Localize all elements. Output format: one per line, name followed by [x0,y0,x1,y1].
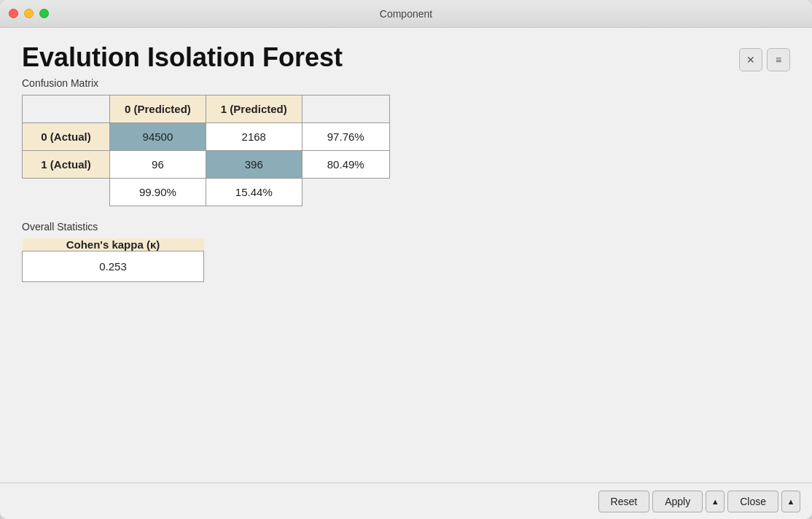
app-window: Component Evalution Isolation Forest ✕ ≡… [0,0,812,519]
reset-button[interactable]: Reset [598,491,650,512]
recall-1: 15.44% [206,179,302,206]
stats-header-row: Cohen's kappa (κ) [23,238,204,251]
overall-statistics-label: Overall Statistics [22,221,790,233]
confusion-matrix-table: 0 (Predicted) 1 (Predicted) 0 (Actual) 9… [22,95,390,206]
maximize-window-button[interactable] [39,9,49,18]
cell-tn: 396 [206,151,302,179]
table-row: 0 (Actual) 94500 2168 97.76% [23,123,390,151]
recall-empty-cell [23,179,110,206]
actual-0-header: 0 (Actual) [23,123,110,151]
cell-fp: 96 [110,151,206,179]
actual-1-header: 1 (Actual) [23,151,110,179]
minimize-window-button[interactable] [24,9,34,18]
table-header-row: 0 (Predicted) 1 (Predicted) [23,95,390,123]
apply-arrow-button[interactable]: ▲ [706,491,725,512]
stats-value-row: 0.253 [23,251,204,282]
cell-fn: 2168 [206,123,302,151]
bottom-bar: Reset Apply ▲ Close ▲ [0,483,812,519]
cell-tp: 94500 [110,123,206,151]
titlebar: Component [0,0,812,28]
confusion-matrix-section: Confusion Matrix 0 (Predicted) 1 (Predic… [22,77,790,206]
table-row: 1 (Actual) 96 396 80.49% [23,151,390,179]
recall-0: 99.90% [110,179,206,206]
close-window-button[interactable] [9,9,18,18]
predicted-0-header: 0 (Predicted) [110,95,206,123]
close-icon-button[interactable]: ✕ [739,48,762,71]
cohens-kappa-value: 0.253 [23,251,204,282]
recall-row: 99.90% 15.44% [23,179,390,206]
page-title: Evalution Isolation Forest [22,42,343,73]
precision-1: 80.49% [302,151,389,179]
confusion-matrix-label: Confusion Matrix [22,77,790,89]
apply-button[interactable]: Apply [652,491,703,512]
overall-statistics-section: Overall Statistics Cohen's kappa (κ) 0.2… [22,221,790,282]
header-icons: ✕ ≡ [739,48,790,71]
window-controls [9,9,49,18]
window-title: Component [380,8,432,20]
empty-corner-cell [23,95,110,123]
predicted-1-header: 1 (Predicted) [206,95,302,123]
recall-end-cell [302,179,389,206]
close-arrow-button[interactable]: ▲ [781,491,800,512]
precision-0: 97.76% [302,123,389,151]
cohens-kappa-header: Cohen's kappa (κ) [23,238,204,251]
header-row: Evalution Isolation Forest ✕ ≡ [22,42,790,73]
main-content: Evalution Isolation Forest ✕ ≡ Confusion… [0,28,812,483]
empty-precision-header [302,95,389,123]
close-button[interactable]: Close [727,491,778,512]
stats-table: Cohen's kappa (κ) 0.253 [22,238,204,282]
menu-icon-button[interactable]: ≡ [767,48,790,71]
